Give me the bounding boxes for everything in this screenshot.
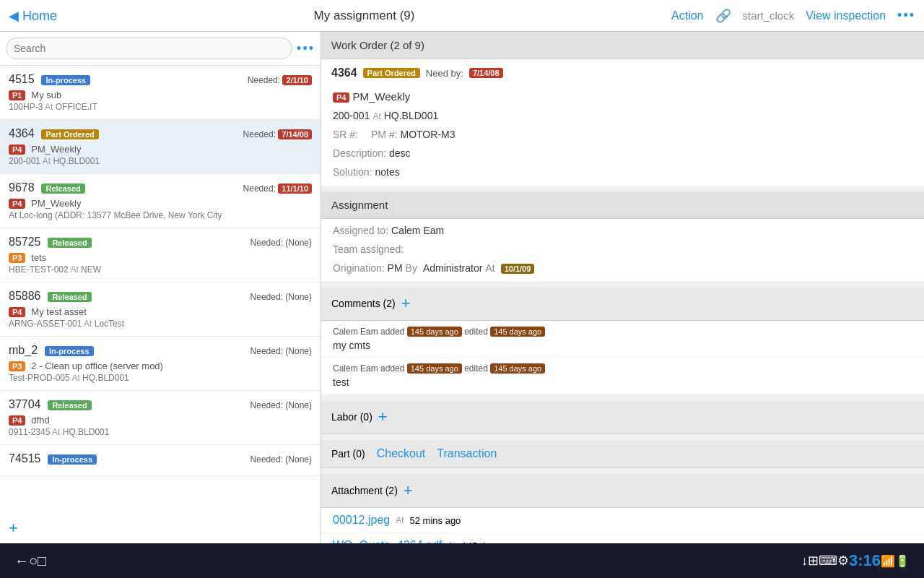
action-button[interactable]: Action: [671, 9, 703, 22]
start-clock-label: start_clock: [743, 9, 795, 22]
comment-item: Calem Eam added 145 days ago edited 145 …: [321, 358, 924, 394]
list-item-header: 9678 Released Needed: 11/1/10: [9, 181, 312, 194]
comment-item: Calem Eam added 145 days ago edited 145 …: [321, 321, 924, 358]
comments-header: Comments (2) +: [321, 287, 924, 321]
list-item-id-status: 4515 In-process: [9, 73, 90, 86]
list-item[interactable]: 9678 Released Needed: 11/1/10 P4 PM_Week…: [0, 174, 321, 228]
labor-header: Labor (0) +: [321, 400, 924, 434]
wo-need-by-date: 7/14/08: [469, 68, 503, 78]
part-section: Part (0) Checkout Transaction: [321, 440, 924, 474]
needed-label: Needed:: [248, 75, 283, 85]
assignment-section: Assignment Assigned to: Calem Eam Team a…: [321, 191, 924, 287]
comment-meta: Calem Eam added 145 days ago edited 145 …: [333, 363, 912, 374]
origination-row: Origination: PM By Administrator At 10/1…: [321, 259, 924, 281]
work-item-desc: My test asset: [31, 306, 87, 317]
list-item[interactable]: 85725 Released Needed: (None) P3 tets HB…: [0, 228, 321, 282]
back-nav-button[interactable]: ←: [14, 553, 29, 569]
list-item-header: 4364 Part Ordered Needed: 7/14/08: [9, 127, 312, 140]
top-bar-right: Action 🔗 start_clock View inspection •••: [671, 8, 915, 24]
transaction-button[interactable]: Transaction: [437, 447, 497, 460]
desc-value: desc: [389, 147, 411, 159]
list-item-body: P3 2 - Clean up office (server mod): [9, 360, 312, 371]
attachment-filename[interactable]: 00012.jpeg: [333, 514, 390, 527]
status-badge: In-process: [45, 346, 94, 356]
wo-name: PM_Weekly: [352, 90, 410, 103]
list-item[interactable]: mb_2 In-process Needed: (None) P3 2 - Cl…: [0, 337, 321, 391]
status-badge: In-process: [41, 75, 90, 85]
work-item-desc: PM_Weekly: [31, 198, 81, 209]
work-item-desc: tets: [31, 252, 46, 263]
list-item-needed: Needed: (None): [250, 453, 312, 465]
attachment-item: 00012.jpeg At 52 mins ago: [321, 508, 924, 533]
external-link-icon: 🔗: [715, 8, 731, 24]
list-item[interactable]: 4515 In-process Needed: 2/1/10 P1 My sub…: [0, 66, 321, 120]
list-item[interactable]: 37704 Released Needed: (None) P4 dfhd 09…: [0, 391, 321, 445]
back-home-button[interactable]: ◀ Home: [9, 8, 57, 24]
work-item-loc: 200-001 At HQ.BLD001: [9, 156, 312, 166]
labor-title: Labor (0): [331, 411, 372, 423]
attachment-item: WO_Quote_4364.pdf At 145 days ago: [321, 533, 924, 543]
comment-author: Calem Eam: [333, 363, 378, 374]
checkout-button[interactable]: Checkout: [377, 447, 426, 460]
add-attachment-button[interactable]: +: [404, 481, 413, 500]
wo-priority-badge: P4: [333, 92, 349, 103]
more-options-button[interactable]: •••: [897, 8, 915, 23]
work-order-section: Work Order (2 of 9) 4364 Part Ordered Ne…: [321, 32, 924, 191]
attachment-filename[interactable]: WO_Quote_4364.pdf: [333, 539, 442, 543]
needed-date: 11/1/10: [278, 184, 312, 194]
at-label: At: [396, 515, 404, 525]
list-item-id-status: 4364 Part Ordered: [9, 127, 99, 140]
add-labor-button[interactable]: +: [378, 407, 388, 426]
list-item-header: 85886 Released Needed: (None): [9, 290, 312, 303]
wo-loc-value: HQ.BLD001: [384, 110, 438, 121]
add-work-order-button[interactable]: +: [0, 513, 321, 543]
work-item-id: 4515: [9, 73, 35, 85]
list-item-header: 4515 In-process Needed: 2/1/10: [9, 73, 312, 86]
search-input[interactable]: [6, 38, 292, 59]
work-item-loc: Test-PROD-005 At HQ.BLD001: [9, 373, 312, 383]
origin-by: Administrator: [423, 262, 482, 274]
wo-status-badge: Part Ordered: [363, 68, 420, 78]
attachment-age: 52 mins ago: [410, 515, 461, 526]
team-label: Team assigned:: [333, 243, 404, 255]
needed-label: Needed: (None): [250, 346, 312, 356]
pm-label: PM #:: [371, 129, 398, 140]
recent-nav-button[interactable]: □: [38, 553, 46, 569]
home-nav-button[interactable]: ○: [29, 553, 38, 569]
comment-text: test: [333, 376, 912, 388]
at-label: At: [372, 111, 380, 121]
list-item-body: P3 tets: [9, 251, 312, 263]
list-item[interactable]: 74515 In-process Needed: (None): [0, 445, 321, 476]
priority-badge: P4: [9, 415, 25, 426]
wo-loc-id: 200-001: [333, 110, 370, 121]
work-item-id: mb_2: [9, 344, 38, 356]
assigned-to-label: Assigned to:: [333, 225, 388, 236]
wo-solution-row: Solution: notes: [321, 163, 924, 181]
view-inspection-button[interactable]: View inspection: [806, 9, 886, 22]
needed-label: Needed:: [243, 129, 279, 139]
work-item-id: 74515: [9, 452, 41, 465]
clock-time: 3:16: [849, 551, 881, 570]
search-more-button[interactable]: •••: [297, 41, 315, 56]
needed-label: Needed:: [243, 184, 279, 194]
add-comment-button[interactable]: +: [401, 294, 411, 313]
work-item-loc: At Loc-long (ADDR: 13577 McBee Drive, Ne…: [9, 210, 312, 220]
right-panel: Work Order (2 of 9) 4364 Part Ordered Ne…: [321, 32, 924, 543]
page-title: My assignment (9): [314, 9, 415, 23]
list-item[interactable]: 4364 Part Ordered Needed: 7/14/08 P4 PM_…: [0, 120, 321, 174]
list-item-body: P4 My test asset: [9, 306, 312, 317]
bottom-bar: ← ○ □ ↓ ⊞ ⌨ ⚙ 3:16 📶 🔋: [0, 543, 924, 578]
list-item-needed: Needed: 11/1/10: [243, 182, 312, 194]
team-assigned-row: Team assigned:: [321, 240, 924, 259]
comment-added-label: added: [380, 327, 407, 337]
list-item-body: P4 dfhd: [9, 414, 312, 426]
priority-badge: P4: [9, 307, 25, 317]
comment-added-label: added: [380, 363, 407, 374]
wifi-icon: 📶: [881, 554, 895, 568]
list-item-id-status: 85725 Released: [9, 236, 92, 249]
work-list: 4515 In-process Needed: 2/1/10 P1 My sub…: [0, 66, 321, 513]
list-item-body: P4 PM_Weekly: [9, 143, 312, 155]
status-badge: Released: [41, 184, 84, 194]
work-order-header-row: 4364 Part Ordered Need by: 7/14/08: [321, 59, 924, 87]
list-item[interactable]: 85886 Released Needed: (None) P4 My test…: [0, 282, 321, 337]
